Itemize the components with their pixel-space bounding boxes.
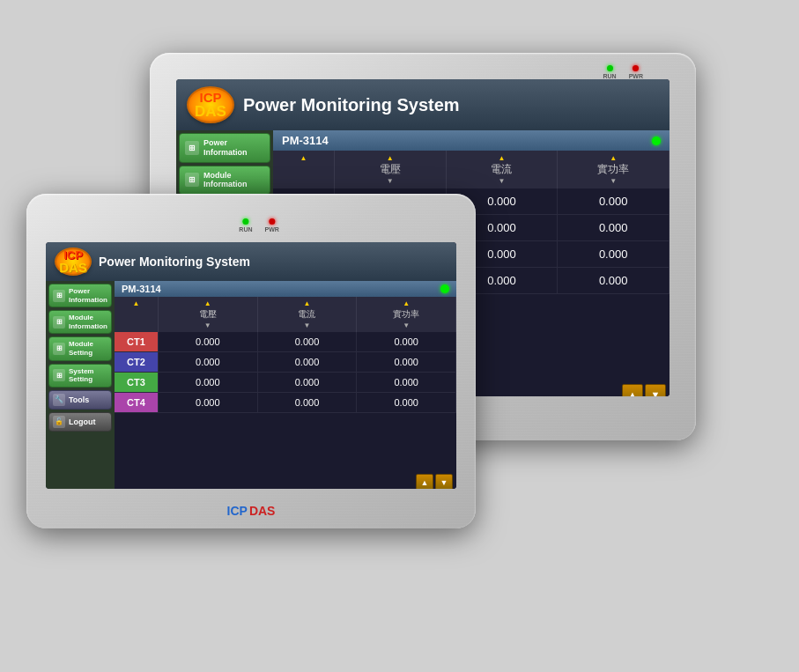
nav-up-btn-large[interactable]: ▲ xyxy=(622,384,643,396)
sidebar-btn-logout[interactable]: 🔓 Logout xyxy=(48,412,112,432)
pm-status-dot-small xyxy=(440,284,449,293)
th-empty-up: ▲ xyxy=(133,299,140,307)
screen-small: ICP DAS Power Monitoring System ⊞ PowerI… xyxy=(46,242,456,489)
device-bottom-logo: ICP DAS xyxy=(227,504,276,518)
th-current-down-large: ▼ xyxy=(499,177,506,185)
th-power-large: ▲ 實功率 ▼ xyxy=(558,151,670,188)
th-power-up-large: ▲ xyxy=(610,154,617,162)
sidebar-btn-module-setting[interactable]: ⊞ ModuleSetting xyxy=(48,336,112,360)
td-w-ct1: 0.000 xyxy=(357,332,456,351)
module-info-label: ModuleInformation xyxy=(69,314,107,330)
th-voltage-down: ▼ xyxy=(204,321,211,329)
td-a-ct3: 0.000 xyxy=(258,373,358,392)
td-v-ct3: 0.000 xyxy=(159,373,258,392)
power-info-label-large: PowerInformation xyxy=(203,138,248,158)
nav-up-btn[interactable]: ▲ xyxy=(416,474,433,489)
td-v-ct2: 0.000 xyxy=(159,352,258,372)
th-voltage-up-large: ▲ xyxy=(387,154,394,162)
td-label-ct1: CT1 xyxy=(115,332,159,351)
th-voltage-large: ▲ 電壓 ▼ xyxy=(335,151,447,188)
led-pwr-group-small: PWR xyxy=(265,218,279,233)
sidebar-btn-power-info[interactable]: ⊞ PowerInformation xyxy=(48,284,112,307)
td-a-ct2: 0.000 xyxy=(258,352,358,372)
td-label-ct3: CT3 xyxy=(115,373,159,392)
leds-large: RUN PWR xyxy=(603,65,643,79)
th-current-text: 電流 xyxy=(298,308,315,321)
td-w-ct2: 0.000 xyxy=(357,352,456,372)
pm-label-large: PM-3114 xyxy=(282,134,329,147)
sidebar-btn-module-info[interactable]: ⊞ ModuleInformation xyxy=(48,310,112,334)
led-run-group: RUN xyxy=(603,65,616,79)
table-row-ct2: CT2 0.000 0.000 0.000 xyxy=(115,352,456,373)
td-w-1-large: 0.000 xyxy=(558,188,670,214)
device-small: RUN PWR ICP DAS Power Monitoring System … xyxy=(26,194,476,528)
logout-label: Logout xyxy=(69,417,96,426)
logo-das-small: DAS xyxy=(59,261,87,274)
screen-header-small: ICP DAS Power Monitoring System xyxy=(46,242,456,281)
module-info-label-large: ModuleInformation xyxy=(203,171,248,190)
th-voltage-text: 電壓 xyxy=(199,308,217,321)
screen-title-large: Power Monitoring System xyxy=(243,95,659,115)
power-info-icon-large: ⊞ xyxy=(185,141,199,155)
nav-arrows-small: ▲ ▼ xyxy=(115,471,456,489)
sidebar-btn-power-info-large[interactable]: ⊞ PowerInformation xyxy=(179,133,270,163)
sidebar-btn-system-setting[interactable]: ⊞ SystemSetting xyxy=(48,364,112,388)
led-run-label: RUN xyxy=(603,73,616,79)
module-info-icon: ⊞ xyxy=(53,316,65,329)
pm-bar-large: PM-3114 xyxy=(273,130,670,151)
led-run xyxy=(607,65,613,71)
th-empty: ▲ xyxy=(115,297,159,332)
table-row-ct1: CT1 0.000 0.000 0.000 xyxy=(115,332,456,352)
pm-bar-small: PM-3114 xyxy=(115,281,456,297)
th-current-large: ▲ 電流 ▼ xyxy=(447,151,559,188)
td-a-ct4: 0.000 xyxy=(258,393,358,412)
td-w-ct4: 0.000 xyxy=(357,393,456,412)
sidebar-btn-tools[interactable]: 🔧 Tools xyxy=(48,390,112,410)
td-w-3-large: 0.000 xyxy=(558,241,670,267)
logo-icp-large: ICP xyxy=(199,91,221,104)
logout-icon: 🔓 xyxy=(53,416,65,428)
td-v-ct1: 0.000 xyxy=(159,332,258,351)
led-run-label-small: RUN xyxy=(239,226,252,233)
td-w-4-large: 0.000 xyxy=(558,268,670,293)
th-empty-large: ▲ xyxy=(273,151,335,188)
module-info-icon-large: ⊞ xyxy=(185,173,199,187)
th-current-down: ▼ xyxy=(304,321,311,329)
pm-status-dot-large xyxy=(652,137,661,145)
screen-header-large: ICP DAS Power Monitoring System xyxy=(176,79,670,130)
bottom-logo-icp: ICP xyxy=(227,504,248,518)
module-setting-label: ModuleSetting xyxy=(69,340,93,357)
led-pwr-label: PWR xyxy=(629,73,643,79)
th-voltage: ▲ 電壓 ▼ xyxy=(159,297,258,332)
table-header-small: ▲ ▲ 電壓 ▼ ▲ 電流 ▼ ▲ 實功率 ▼ xyxy=(115,297,456,332)
th-voltage-down-large: ▼ xyxy=(387,177,394,185)
system-setting-icon: ⊞ xyxy=(53,369,65,381)
th-power: ▲ 實功率 ▼ xyxy=(357,297,456,332)
screen-title-small: Power Monitoring System xyxy=(99,255,448,269)
th-up-large: ▲ xyxy=(300,154,307,162)
th-power-text: 實功率 xyxy=(393,308,419,321)
logo-large: ICP DAS xyxy=(187,86,234,123)
th-current-up-large: ▲ xyxy=(499,154,506,162)
led-pwr-small xyxy=(269,218,275,225)
tools-label: Tools xyxy=(69,395,89,404)
th-current-up: ▲ xyxy=(304,299,311,307)
th-power-down-large: ▼ xyxy=(610,177,617,185)
th-voltage-up: ▲ xyxy=(204,299,211,307)
screen-content-small: ⊞ PowerInformation ⊞ ModuleInformation ⊞… xyxy=(46,281,456,489)
main-small: PM-3114 ▲ ▲ 電壓 ▼ ▲ 電流 xyxy=(115,281,456,489)
td-a-ct1: 0.000 xyxy=(258,332,358,351)
tools-icon: 🔧 xyxy=(53,394,65,406)
td-w-ct3: 0.000 xyxy=(357,373,456,392)
td-w-2-large: 0.000 xyxy=(558,215,670,240)
led-run-small xyxy=(242,218,248,225)
leds-small: RUN PWR xyxy=(239,218,279,233)
bottom-logo-das: DAS xyxy=(249,504,276,518)
nav-down-btn[interactable]: ▼ xyxy=(435,474,453,489)
led-pwr-group: PWR xyxy=(629,65,643,79)
nav-down-btn-large[interactable]: ▼ xyxy=(645,384,666,396)
module-setting-icon: ⊞ xyxy=(53,343,65,355)
power-info-icon: ⊞ xyxy=(53,290,65,302)
sidebar-btn-module-info-large[interactable]: ⊞ ModuleInformation xyxy=(179,166,270,196)
logo-small: ICP DAS xyxy=(55,247,92,276)
